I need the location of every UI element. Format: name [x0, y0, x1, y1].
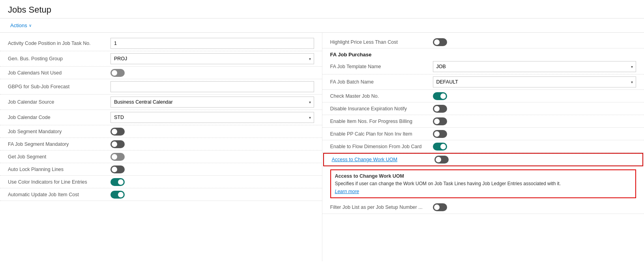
form-row: Check Master Job No.: [322, 90, 644, 102]
toggle-switch[interactable]: [433, 117, 447, 125]
toggle-switch[interactable]: [434, 156, 449, 164]
form-row: Use Color Indicators for Line Entries: [0, 176, 322, 188]
field-label: Check Master Job No.: [330, 93, 433, 99]
field-control: [110, 69, 314, 77]
toggle-switch[interactable]: [110, 69, 125, 77]
field-label: Automatic Update Job Item Cost: [8, 192, 110, 197]
field-control: [110, 178, 314, 186]
form-row: Job Calendar SourceBusiness Central Cale…: [0, 95, 322, 110]
select-field[interactable]: PROJ: [110, 53, 314, 64]
field-control: [433, 38, 637, 46]
form-row: Highlight Price Less Than Cost: [322, 36, 644, 48]
form-row: Enable to Flow Dimension From Job Card: [322, 140, 644, 153]
form-row: Enable PP Calc Plan for Non Inv Item: [322, 128, 644, 140]
field-control: [110, 191, 314, 199]
tooltip-title: Access to Change Work UOM: [335, 173, 632, 179]
field-control: [110, 153, 314, 161]
field-label: Activity Code Position in Job Task No.: [8, 41, 110, 46]
form-row: Disable Insurance Expiration Notify: [322, 102, 644, 115]
field-control: [433, 203, 637, 211]
toggle-switch[interactable]: [433, 92, 447, 100]
toggle-switch[interactable]: [110, 165, 125, 173]
field-control: [110, 128, 314, 136]
field-control: [110, 165, 314, 173]
form-row: Access to Change Work UOM: [323, 153, 644, 166]
field-control: PROJ▾: [110, 53, 314, 64]
field-control: [433, 143, 637, 151]
form-row: Get Job Segment: [0, 151, 322, 163]
field-label: Gen. Bus. Posting Group: [8, 56, 110, 61]
field-control: [110, 81, 314, 92]
toggle-switch[interactable]: [433, 203, 447, 211]
form-row: Auto Lock Planning Lines: [0, 163, 322, 176]
select-field[interactable]: JOB: [433, 61, 637, 72]
toggle-switch[interactable]: [110, 128, 125, 136]
field-label: Filter Job List as per Job Setup Number …: [330, 205, 433, 210]
field-label: Get Job Segment: [8, 154, 110, 160]
field-control: [433, 130, 637, 138]
field-label: Auto Lock Planning Lines: [8, 167, 110, 172]
field-label: Disable Insurance Expiration Notify: [330, 106, 433, 112]
field-label: FA Job Template Name: [330, 64, 433, 69]
form-row: Job Segment Mandatory: [0, 125, 322, 138]
toggle-switch[interactable]: [110, 153, 125, 161]
actions-label: Actions: [10, 22, 27, 28]
field-control: [433, 105, 637, 113]
field-control: [434, 156, 635, 164]
field-link[interactable]: Access to Change Work UOM: [332, 157, 398, 162]
select-field[interactable]: STD: [110, 112, 314, 123]
field-label: GBPG for Sub-Job Forecast: [8, 84, 110, 89]
fa-job-purchase-section-header: FA Job Purchase: [322, 48, 644, 59]
field-label: FA Job Batch Name: [330, 79, 433, 85]
form-row: GBPG for Sub-Job Forecast: [0, 79, 322, 95]
field-control: JOB▾: [433, 61, 637, 72]
toggle-switch[interactable]: [433, 38, 447, 46]
form-row: Automatic Update Job Item Cost: [0, 188, 322, 201]
form-row: Job Calendar CodeSTD▾: [0, 110, 322, 125]
field-control: [110, 38, 314, 49]
page-header: Jobs Setup: [0, 0, 644, 19]
toggle-switch[interactable]: [110, 191, 125, 199]
form-row: FA Job Segment Mandatory: [0, 138, 322, 151]
right-panel: Highlight Price Less Than Cost FA Job Pu…: [322, 33, 644, 261]
field-label: Job Calendar Code: [8, 115, 110, 120]
left-panel: Activity Code Position in Job Task No.Ge…: [0, 33, 322, 261]
form-row: FA Job Batch NameDEFAULT▾: [322, 74, 644, 90]
form-row: FA Job Template NameJOB▾: [322, 59, 644, 74]
field-label: Enable Item Nos. For Progress Billing: [330, 119, 433, 124]
field-label: Enable PP Calc Plan for Non Inv Item: [330, 131, 433, 137]
field-label: FA Job Segment Mandatory: [8, 141, 110, 147]
form-row: Activity Code Position in Job Task No.: [0, 36, 322, 51]
toggle-switch[interactable]: [110, 140, 125, 148]
toggle-switch[interactable]: [433, 143, 447, 151]
tooltip-box: Access to Change Work UOMSpecifies if us…: [330, 169, 637, 198]
field-label: Job Calendar Source: [8, 99, 110, 105]
field-label: Enable to Flow Dimension From Job Card: [330, 144, 433, 149]
field-control: [433, 117, 637, 125]
select-field[interactable]: DEFAULT: [433, 76, 637, 87]
page-title: Jobs Setup: [8, 5, 636, 15]
field-label: Highlight Price Less Than Cost: [330, 39, 433, 45]
toggle-switch[interactable]: [433, 105, 447, 113]
field-label: Job Segment Mandatory: [8, 129, 110, 134]
text-input[interactable]: [110, 81, 314, 92]
field-control: [433, 92, 637, 100]
toggle-switch[interactable]: [110, 178, 125, 186]
tooltip-text: Specifies if user can change the Work UO…: [335, 180, 632, 187]
toggle-switch[interactable]: [433, 130, 447, 138]
text-input[interactable]: [110, 38, 314, 49]
field-control: [110, 140, 314, 148]
chevron-down-icon: ∨: [29, 23, 32, 28]
field-control: STD▾: [110, 112, 314, 123]
learn-more-link[interactable]: Learn more: [335, 189, 632, 194]
form-row: Gen. Bus. Posting GroupPROJ▾: [0, 51, 322, 67]
field-control: DEFAULT▾: [433, 76, 637, 87]
form-row: Filter Job List as per Job Setup Number …: [322, 201, 644, 214]
select-field[interactable]: Business Central Calendar: [110, 97, 314, 108]
field-label: Use Color Indicators for Line Entries: [8, 179, 110, 185]
form-row: Enable Item Nos. For Progress Billing: [322, 115, 644, 128]
actions-button[interactable]: Actions ∨: [8, 21, 34, 30]
form-row: Job Calendars Not Used: [0, 67, 322, 79]
field-label: Access to Change Work UOM: [332, 157, 434, 162]
toolbar: Actions ∨: [0, 19, 644, 33]
